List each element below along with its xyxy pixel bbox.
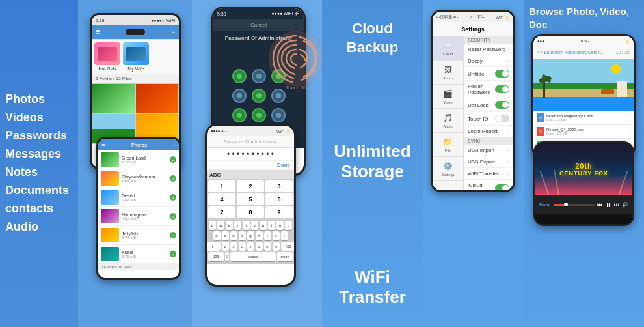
beach-photo <box>533 59 634 111</box>
phone-document-browser: ●●●10:42⚡ ‹ < Bluetooth Regulatory Certi… <box>531 34 636 158</box>
settings-status-bar: 中国联通 4G2:11下午WiFi ⚡ <box>433 12 513 22</box>
back-button[interactable]: ‹ < Bluetooth Regulatory Certifi... <box>537 50 604 55</box>
key-123[interactable]: 123 <box>208 252 224 261</box>
volume-btn[interactable]: 🔊 <box>622 202 628 208</box>
right-phone-status: ●●●10:42⚡ <box>533 36 634 46</box>
transfer-label: Transfer <box>329 287 416 307</box>
row-touch-id[interactable]: Touch ID <box>464 112 513 126</box>
row-dot-lock[interactable]: Dot Lock <box>464 98 513 112</box>
key-d[interactable]: d <box>230 231 237 240</box>
row-decoy[interactable]: Decoy › <box>464 55 513 67</box>
settings-phone-mockup: 中国联通 4G2:11下午WiFi ⚡ Settings ☁️ iCloud 🖼… <box>431 10 515 192</box>
key-x[interactable]: x <box>230 242 237 251</box>
key-delete[interactable]: ⌫ <box>281 242 297 251</box>
row-folder-password[interactable]: Folder Password <box>464 81 513 98</box>
done-button[interactable]: Done <box>277 162 290 168</box>
status-bar-pass2: ●●●● 4GWiFi ⚡ <box>207 126 294 136</box>
right-phone-header: ‹ < Bluetooth Regulatory Certifi... 10 /… <box>533 46 634 59</box>
key-6[interactable]: 6 <box>265 193 293 205</box>
row-wifi-transfer[interactable]: WiFi Transfer › <box>464 168 513 180</box>
key-k[interactable]: k <box>273 231 280 240</box>
photo-list-item: Jellyfish 3.74 MB ✓ <box>98 226 179 245</box>
feature-item-notes: Notes <box>5 164 73 182</box>
key-return[interactable]: return <box>277 252 293 261</box>
sidebar-item-file[interactable]: 📁 File <box>433 133 463 157</box>
key-l[interactable]: l <box>281 231 288 240</box>
done-video-btn[interactable]: Done <box>539 203 551 207</box>
key-s[interactable]: s <box>222 231 229 240</box>
key-u[interactable]: u <box>260 221 267 230</box>
play-btn[interactable]: ⏸ <box>605 201 611 208</box>
sidebar-item-audio[interactable]: 🎵 Audio <box>433 109 463 133</box>
key-n[interactable]: n <box>264 242 271 251</box>
key-shift[interactable]: ⬆ <box>205 242 221 251</box>
key-r[interactable]: r <box>234 221 241 230</box>
key-w[interactable]: w <box>217 221 224 230</box>
key-3[interactable]: 3 <box>265 180 293 192</box>
toggle-dot-lock[interactable] <box>495 101 509 109</box>
folder-count-2: 0 Folders 16 Files <box>98 264 179 270</box>
cloud-backup-title: Cloud Backup <box>329 20 416 57</box>
key-2[interactable]: 2 <box>237 180 264 192</box>
row-usb-export[interactable]: USB Export › <box>464 156 513 168</box>
row-reset-password[interactable]: Reset Password › <box>464 44 513 55</box>
row-unhide[interactable]: Unhide <box>464 67 513 81</box>
key-q[interactable]: q <box>209 221 216 230</box>
status-bar-pass1: 5:38●●●● WiFi ⚡ <box>213 8 304 19</box>
key-t[interactable]: t <box>243 221 250 230</box>
section-password: Touch ID 5:38●●●● WiFi ⚡ Cancel Password… <box>192 0 322 327</box>
right-title: Browse Photo, Video, Doc <box>529 5 639 31</box>
key-p[interactable]: p <box>285 221 292 230</box>
folder1-label: Hot Girls <box>98 66 116 71</box>
key-emoji[interactable]: ☺ <box>225 252 229 261</box>
key-8[interactable]: 8 <box>237 206 264 218</box>
pass-title-2: Password Of Administrator <box>224 139 278 144</box>
section-settings: 中国联通 4G2:11下午WiFi ⚡ Settings ☁️ iCloud 🖼… <box>423 0 524 327</box>
key-j[interactable]: j <box>264 231 271 240</box>
key-m[interactable]: m <box>273 242 280 251</box>
toggle-folder-password[interactable] <box>495 85 509 93</box>
fox-logo: 20th <box>559 162 608 170</box>
key-4[interactable]: 4 <box>208 193 235 205</box>
row-login-report[interactable]: Login Report › <box>464 126 513 137</box>
status-bar-1: 5:38●●●●○ WiFi <box>92 15 179 25</box>
key-space[interactable]: space <box>230 252 276 261</box>
key-c[interactable]: c <box>239 242 246 251</box>
feature-item-passwords: Passwords <box>5 127 73 145</box>
key-9[interactable]: 9 <box>265 206 293 218</box>
phone-header-1: ☰ Photos + <box>92 25 179 40</box>
prev-btn[interactable]: ⏮ <box>597 202 602 208</box>
key-1[interactable]: 1 <box>208 180 235 192</box>
feature-item-videos: Videos <box>5 109 73 127</box>
row-icloud-photo[interactable]: iCloud Photo <box>464 180 513 190</box>
toggle-icloud-photo[interactable] <box>495 184 509 190</box>
key-h[interactable]: h <box>256 231 263 240</box>
sidebar-item-photo[interactable]: 🖼 Photo <box>433 61 463 85</box>
fox-logo-2: CENTURY FOX <box>559 170 608 177</box>
right-section: Browse Photo, Video, Doc ●●●10:42⚡ ‹ < B… <box>524 0 644 327</box>
key-b[interactable]: b <box>256 242 263 251</box>
folder-count: 2 Folders 12 Files <box>92 74 179 83</box>
sidebar-item-settings[interactable]: ⚙️ Settings <box>433 157 463 181</box>
row-usb-import[interactable]: USB Import › <box>464 145 513 156</box>
key-g[interactable]: g <box>247 231 254 240</box>
video-progress-bar[interactable] <box>554 204 595 206</box>
key-v[interactable]: v <box>247 242 254 251</box>
key-5[interactable]: 5 <box>237 193 264 205</box>
photo-list-item: Hydrangeas 0.47 MB ✓ <box>98 207 179 226</box>
key-o[interactable]: o <box>276 221 284 230</box>
key-y[interactable]: y <box>251 221 258 230</box>
sidebar-item-icloud[interactable]: ☁️ iCloud <box>433 36 463 61</box>
sidebar-item-video[interactable]: 🎬 Video <box>433 85 463 109</box>
key-e[interactable]: e <box>226 221 233 230</box>
key-z[interactable]: z <box>222 242 229 251</box>
key-i[interactable]: i <box>268 221 275 230</box>
toggle-unhide[interactable] <box>495 70 509 78</box>
unlimited-label: Unlimited <box>329 141 416 162</box>
key-7[interactable]: 7 <box>208 206 235 218</box>
key-a[interactable]: a <box>213 231 221 240</box>
next-btn[interactable]: ⏭ <box>614 202 619 208</box>
toggle-touch-id[interactable] <box>495 115 509 122</box>
photo-list-item: Koala 0.75 MB ✓ <box>98 245 179 264</box>
key-f[interactable]: f <box>239 231 246 240</box>
